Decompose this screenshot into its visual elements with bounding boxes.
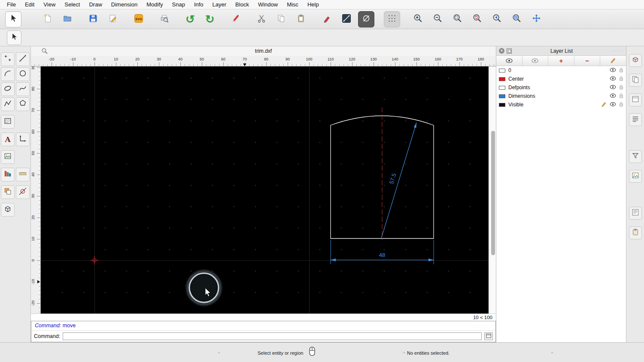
polyline-tool-button[interactable] [1, 97, 15, 111]
undo-button[interactable]: ↺ [182, 11, 198, 27]
copy-button[interactable] [273, 11, 289, 27]
menu-file[interactable]: File [7, 1, 16, 8]
layer-row-defpoints[interactable]: Defpoints [496, 83, 626, 92]
dock-command-history-button[interactable] [629, 207, 642, 220]
drawing-canvas[interactable]: 57.5 48 [41, 66, 489, 314]
layer-visibility-eye-icon[interactable] [610, 93, 616, 99]
measure-tool-button[interactable] [1, 168, 15, 181]
layer-row-dimensions[interactable]: Dimensions [496, 92, 626, 100]
command-panel-detach-button[interactable] [484, 332, 493, 340]
panel-drag-handle[interactable]: ······ [611, 49, 623, 53]
drawing-entities: 57.5 48 [41, 66, 489, 314]
layer-lock-icon[interactable] [619, 93, 623, 100]
menu-edit[interactable]: Edit [25, 1, 34, 8]
menu-misc[interactable]: Misc [287, 1, 298, 8]
vertical-scrollbar[interactable] [489, 66, 496, 314]
redo-button[interactable]: ↻ [202, 11, 218, 27]
points-tool-button[interactable] [1, 52, 15, 66]
zoom-redraw-button[interactable] [469, 11, 485, 27]
print-preview-button[interactable] [156, 11, 173, 27]
horizontal-dimension-entity[interactable]: 48 [331, 240, 434, 264]
dock-form-widget-button[interactable] [629, 94, 642, 106]
menu-draw[interactable]: Draw [89, 1, 102, 8]
paste-button[interactable] [293, 11, 309, 27]
zoom-out-button[interactable] [429, 11, 446, 27]
grid-toggle-button[interactable] [384, 11, 400, 27]
layer-visibility-eye-icon[interactable] [610, 76, 616, 82]
line-attributes-button[interactable] [338, 11, 355, 27]
no-fill-toggle-button[interactable] [358, 11, 374, 27]
circle-tool-button[interactable] [16, 67, 30, 81]
zoom-in-button[interactable] [410, 11, 426, 27]
edit-drawing-button[interactable] [105, 11, 121, 27]
spline-tool-button[interactable] [16, 82, 30, 96]
pen-attributes-button[interactable] [319, 11, 335, 27]
save-button[interactable] [85, 11, 101, 27]
image-tool-button[interactable] [1, 150, 15, 164]
layer-lock-icon[interactable] [619, 76, 623, 82]
pages-icon [632, 75, 639, 85]
open-file-button[interactable] [59, 11, 76, 27]
layer-lock-icon[interactable] [619, 84, 623, 91]
workspace: A [0, 46, 644, 342]
menu-layer[interactable]: Layer [213, 1, 227, 8]
layer-visibility-eye-icon[interactable] [610, 102, 616, 108]
ruler-label-x: 120 [349, 57, 355, 61]
solid-box-tool-button[interactable] [1, 203, 15, 217]
add-layer-button[interactable]: + [548, 56, 574, 66]
text-tool-button[interactable]: A [1, 133, 15, 146]
close-panel-icon[interactable]: × [499, 48, 504, 54]
menu-select[interactable]: Select [64, 1, 80, 8]
menu-modify[interactable]: Modify [146, 1, 163, 8]
layer-row-center[interactable]: Center [496, 75, 626, 83]
menu-window[interactable]: Window [258, 1, 278, 8]
menu-help[interactable]: Help [307, 1, 319, 8]
dimension-tool-button[interactable] [16, 133, 30, 146]
vertical-scrollbar-thumb[interactable] [491, 131, 495, 255]
menu-view[interactable]: View [43, 1, 55, 8]
zoom-pan-button[interactable] [528, 11, 544, 27]
ruler-cursor-marker-y [37, 280, 40, 284]
remove-layer-button[interactable]: − [574, 56, 601, 66]
zoom-auto-button[interactable] [449, 11, 465, 27]
cut-button[interactable] [253, 11, 270, 27]
svg-export-button[interactable]: SVG [131, 11, 147, 27]
arc-tool-button[interactable] [1, 67, 15, 81]
snap-tool-button[interactable] [16, 185, 30, 199]
layer-visibility-eye-icon[interactable] [610, 84, 616, 90]
layer-visibility-eye-icon[interactable] [610, 67, 616, 73]
zoom-window-button[interactable] [508, 11, 525, 27]
toggle-layer-visibility-button[interactable] [522, 56, 549, 66]
order-tool-button[interactable] [1, 185, 15, 199]
polygon-tool-button[interactable] [16, 97, 30, 111]
menu-snap[interactable]: Snap [172, 1, 185, 8]
dock-clipboard-button[interactable] [629, 226, 642, 239]
modify-layer-button[interactable] [600, 56, 626, 66]
show-all-layers-button[interactable] [496, 56, 522, 66]
dock-library-browser-button[interactable] [629, 74, 642, 87]
zoom-previous-button[interactable] [489, 11, 505, 27]
layer-lock-icon[interactable] [619, 67, 623, 74]
select-tool-button[interactable] [5, 11, 21, 27]
layer-row-visible-current[interactable]: Visible [496, 100, 626, 109]
line-tool-button[interactable] [16, 52, 30, 66]
menu-info[interactable]: Info [194, 1, 204, 8]
aligned-dimension-entity[interactable]: 57.5 [381, 123, 416, 238]
undock-panel-icon[interactable] [507, 48, 512, 54]
ruler-tool-button[interactable] [16, 168, 30, 181]
menu-block[interactable]: Block [235, 1, 249, 8]
dock-preview-button[interactable] [629, 170, 642, 183]
new-document-button[interactable] [39, 11, 56, 27]
dock-list-widget-button[interactable] [629, 113, 642, 126]
select-tool-option-button[interactable] [7, 30, 21, 45]
hatch-tool-button[interactable] [1, 115, 15, 129]
command-input[interactable] [63, 332, 482, 340]
layer-row-0[interactable]: 0 [496, 66, 626, 75]
dock-filter-button[interactable] [629, 150, 642, 163]
ruler-label-x: -20 [49, 57, 54, 61]
menu-dimension[interactable]: Dimension [111, 1, 137, 8]
dock-block-list-button[interactable] [629, 54, 642, 67]
layer-lock-icon[interactable] [619, 102, 623, 108]
delete-entities-button[interactable] [228, 11, 244, 27]
ellipse-tool-button[interactable] [1, 82, 15, 96]
